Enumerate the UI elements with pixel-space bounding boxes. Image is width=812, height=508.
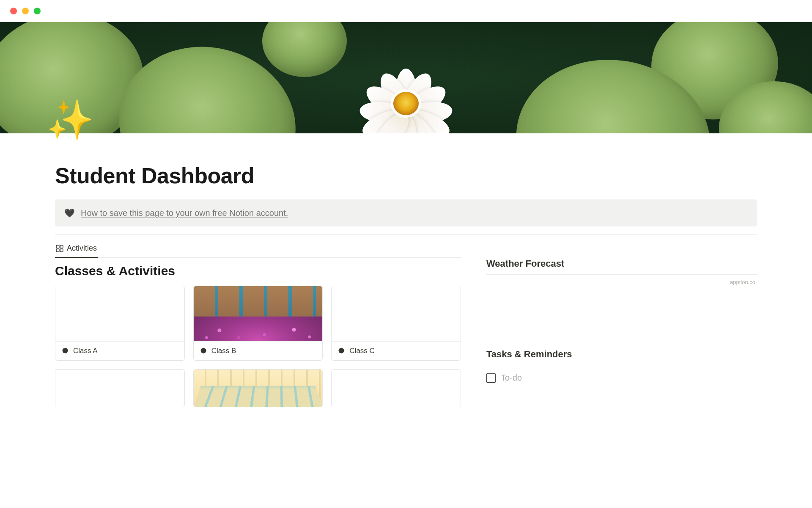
card-cover (332, 370, 461, 407)
tasks-heading[interactable]: Tasks & Reminders (486, 349, 757, 360)
minimize-window-button[interactable] (22, 8, 29, 14)
page-icon[interactable]: ✨ (47, 101, 94, 139)
weather-heading[interactable]: Weather Forecast (486, 258, 757, 269)
card-class-b[interactable]: Class B (193, 286, 323, 361)
card-cover (55, 286, 184, 341)
widget-credit[interactable]: apption.co (486, 279, 757, 285)
badge-icon (337, 347, 345, 355)
svg-rect-3 (60, 249, 63, 252)
heart-icon: 🖤 (64, 208, 75, 218)
card-class-a[interactable]: Class A (55, 286, 185, 361)
checkbox[interactable] (486, 373, 496, 383)
svg-rect-0 (56, 245, 59, 248)
tasks-section: Tasks & Reminders To-do (486, 349, 757, 383)
card-class-c[interactable]: Class C (331, 286, 461, 361)
card-cover (194, 370, 323, 407)
divider (486, 365, 757, 365)
card-cover (55, 370, 184, 407)
svg-rect-1 (60, 245, 63, 248)
page-title[interactable]: Student Dashboard (55, 163, 757, 188)
svg-rect-2 (56, 249, 59, 252)
close-window-button[interactable] (10, 8, 17, 14)
card-item[interactable] (331, 369, 461, 407)
divider (486, 274, 757, 275)
todo-placeholder[interactable]: To-do (501, 373, 522, 383)
callout[interactable]: 🖤 How to save this page to your own free… (55, 199, 757, 226)
callout-link[interactable]: How to save this page to your own free N… (81, 208, 288, 218)
weather-widget: Weather Forecast apption.co (486, 258, 757, 285)
gallery-view-icon (56, 245, 63, 252)
card-label: Class A (73, 347, 98, 355)
card-item[interactable] (193, 369, 323, 407)
card-item[interactable] (55, 369, 185, 407)
card-cover (332, 286, 461, 341)
cover-image[interactable] (0, 22, 812, 133)
maximize-window-button[interactable] (34, 8, 41, 14)
badge-icon (200, 347, 207, 355)
todo-item[interactable]: To-do (486, 370, 757, 383)
classes-heading[interactable]: Classes & Activities (55, 264, 461, 278)
tab-activities[interactable]: Activities (55, 240, 98, 258)
badge-icon (61, 347, 69, 355)
database-tabs: Activities (55, 240, 461, 258)
card-label: Class B (211, 347, 236, 355)
divider (55, 234, 757, 235)
card-cover (194, 286, 323, 341)
lotus-flower (351, 52, 461, 133)
window-titlebar (0, 0, 812, 22)
tab-label: Activities (67, 244, 97, 253)
card-label: Class C (349, 347, 375, 355)
